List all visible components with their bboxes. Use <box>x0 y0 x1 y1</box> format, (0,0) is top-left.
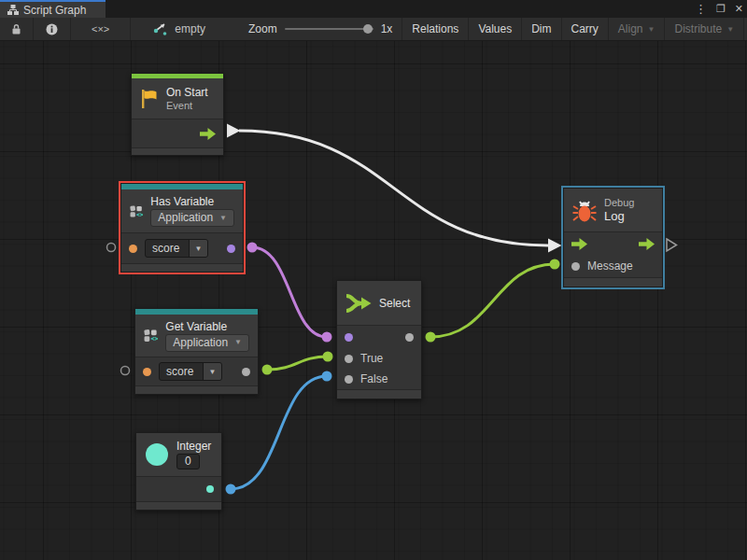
node-footer <box>132 147 223 155</box>
variable-name-field[interactable]: score ▼ <box>145 239 208 258</box>
lock-icon <box>11 23 21 35</box>
node-footer <box>135 385 258 394</box>
true-input-port[interactable] <box>345 355 353 363</box>
toolbar-button-values[interactable]: Values <box>469 18 522 40</box>
flow-output-port[interactable] <box>639 238 655 250</box>
node-footer <box>136 501 221 510</box>
toolbar-button-dim[interactable]: Dim <box>522 18 561 40</box>
node-on-start[interactable]: On Start Event <box>131 73 224 156</box>
tab-script-graph[interactable]: Script Graph <box>0 0 106 18</box>
zoom-slider[interactable] <box>285 28 374 30</box>
code-glyph: <×> <box>92 23 109 35</box>
node-header: Select <box>337 281 421 326</box>
kebab-menu-icon[interactable]: ⋮ <box>695 2 707 16</box>
toolbar-button-relations[interactable]: Relations <box>402 18 469 40</box>
node-footer <box>564 277 662 287</box>
node-header: Debug Log <box>564 189 662 232</box>
value-output-port[interactable] <box>206 485 214 493</box>
port-row: Message <box>564 255 662 277</box>
node-header: <> Get Variable Application ▼ <box>135 315 258 357</box>
unconnected-port-ring <box>121 367 130 375</box>
node-debug-log[interactable]: Debug Log Message <box>563 188 663 287</box>
wire-hasvar-to-select <box>252 247 327 337</box>
port-row <box>337 326 421 348</box>
wire-start-arrow <box>227 124 241 138</box>
zoom-label: Zoom <box>248 22 277 35</box>
wire-select-to-message <box>430 264 555 337</box>
node-title: On Start <box>166 86 208 99</box>
node-header: On Start Event <box>132 78 223 119</box>
inspect-button[interactable] <box>34 18 71 40</box>
toolbar-button-carry[interactable]: Carry <box>562 18 609 40</box>
false-input-port[interactable] <box>345 375 353 384</box>
unconnected-port-ring <box>107 244 116 252</box>
port-row: score ▼ <box>121 233 243 263</box>
message-input-port[interactable] <box>571 262 580 271</box>
window-tab-bar: Script Graph ⋮ ❐ ✕ <box>0 0 747 18</box>
node-has-variable[interactable]: <> Has Variable Application ▼ score ▼ <box>120 183 244 273</box>
zoom-value: 1x <box>381 22 393 35</box>
scope-dropdown[interactable]: Application ▼ <box>150 209 234 227</box>
node-title: Integer <box>176 440 211 453</box>
bug-icon <box>572 198 597 223</box>
tab-title: Script Graph <box>23 4 86 17</box>
value-output-port[interactable] <box>227 245 235 253</box>
chevron-down-icon[interactable]: ▼ <box>189 240 207 257</box>
flow-input-port[interactable] <box>571 238 587 250</box>
port-label: Message <box>587 259 633 273</box>
selection-graph-icon <box>151 22 167 36</box>
zoom-area: empty Zoom 1x <box>131 18 402 40</box>
port-row: score ▼ <box>135 357 258 385</box>
name-input-port[interactable] <box>143 368 151 376</box>
node-title: Get Variable <box>165 320 249 333</box>
node-header: <> Has Variable Application ▼ <box>121 189 243 233</box>
node-header: Integer 0 <box>136 433 221 477</box>
window-controls: ⋮ ❐ ✕ <box>695 0 743 18</box>
wire-onstart-to-log <box>239 131 548 245</box>
chevron-down-icon: ▼ <box>219 214 227 222</box>
name-input-port[interactable] <box>129 245 137 253</box>
toolbar-button-distribute[interactable]: Distribute ▼ <box>665 18 744 40</box>
wire-getvar-to-true <box>267 357 328 370</box>
node-select[interactable]: Select True False <box>336 280 422 399</box>
result-output-port[interactable] <box>405 333 414 342</box>
port-row <box>136 477 221 501</box>
toolbar-button-align[interactable]: Align ▼ <box>609 18 666 40</box>
node-integer[interactable]: Integer 0 <box>135 432 222 511</box>
svg-text:<>: <> <box>136 211 143 218</box>
node-subtitle: Event <box>166 100 208 111</box>
info-icon <box>46 23 58 35</box>
variables-icon: <> <box>130 200 143 223</box>
value-output-port[interactable] <box>242 368 250 376</box>
node-title: Select <box>379 297 410 310</box>
unconnected-flow-triangle <box>667 239 677 251</box>
unity-script-graph-window: Script Graph ⋮ ❐ ✕ <×> <box>0 0 747 560</box>
graph-tree-icon <box>7 5 19 15</box>
integer-value-field[interactable]: 0 <box>176 454 200 469</box>
graph-canvas[interactable]: On Start Event <> <box>0 41 747 560</box>
close-icon[interactable]: ✕ <box>735 3 743 15</box>
port-label: False <box>360 372 388 385</box>
flow-output-port[interactable] <box>200 128 216 140</box>
disconnect-button[interactable]: <×> <box>71 18 131 40</box>
maximize-icon[interactable]: ❐ <box>716 3 726 15</box>
scope-dropdown[interactable]: Application ▼ <box>165 334 249 352</box>
node-get-variable[interactable]: <> Get Variable Application ▼ score ▼ <box>134 308 259 395</box>
selection-status: empty <box>175 22 205 35</box>
chevron-down-icon: ▼ <box>726 25 734 34</box>
node-title: Log <box>604 209 634 223</box>
port-row <box>132 119 223 147</box>
graph-toolbar: <×> empty Zoom 1x Relations Values Dim C… <box>0 18 747 41</box>
port-row: False <box>337 369 421 389</box>
variable-name-field[interactable]: score ▼ <box>159 362 222 381</box>
selector-input-port[interactable] <box>345 333 353 342</box>
node-title: Has Variable <box>150 195 234 208</box>
variables-icon: <> <box>144 324 158 347</box>
chevron-down-icon: ▼ <box>648 25 655 34</box>
port-label: True <box>360 352 383 365</box>
lock-button[interactable] <box>0 18 34 40</box>
zoom-slider-handle[interactable] <box>363 24 373 34</box>
chevron-down-icon[interactable]: ▼ <box>203 363 221 380</box>
chevron-down-icon: ▼ <box>234 338 242 346</box>
merge-icon <box>345 293 372 314</box>
